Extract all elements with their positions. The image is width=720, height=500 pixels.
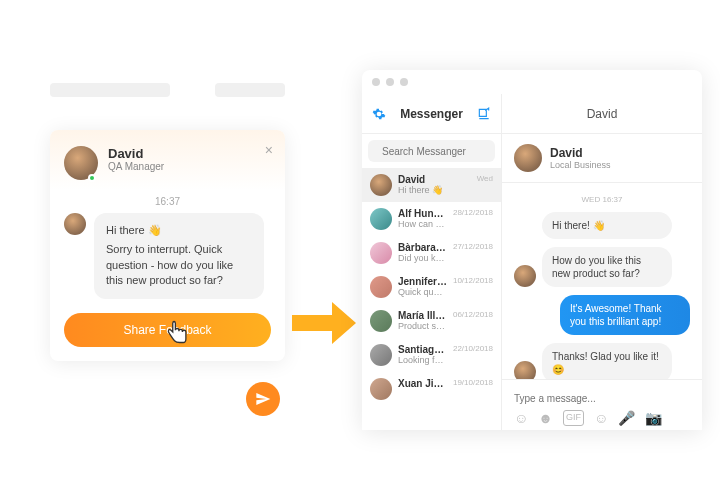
- avatar: [514, 265, 536, 287]
- contact-date: 22/10/2018: [453, 344, 493, 353]
- chat-bubble: It's Awesome! Thank you this brilliant a…: [560, 295, 690, 335]
- avatar: [514, 361, 536, 379]
- messenger-body: DavidHi there 👋WedAlf HuncootHow can I h…: [362, 134, 702, 430]
- emoji-icon[interactable]: ☻: [538, 410, 553, 426]
- arrow-right-icon: [292, 300, 358, 346]
- contact-name: Santiago...: [398, 344, 447, 355]
- chat-input-area: ☺ ☻ GIF ☺ 🎤 📷: [502, 379, 702, 430]
- placeholder-bar: [50, 83, 170, 97]
- widget-greeting: Hi there 👋: [106, 223, 252, 238]
- avatar: [370, 242, 392, 264]
- contact-date: 19/10/2018: [453, 378, 493, 387]
- avatar: [370, 378, 392, 400]
- contact-date: 27/12/2018: [453, 242, 493, 251]
- presence-indicator: [88, 174, 96, 182]
- sticker-icon[interactable]: ☺: [514, 410, 528, 426]
- placeholder-bar: [215, 83, 285, 97]
- chat-input-icons: ☺ ☻ GIF ☺ 🎤 📷: [514, 410, 690, 426]
- contact-date: 06/12/2018: [453, 310, 493, 319]
- contact-preview: Hi there 👋: [398, 185, 471, 195]
- avatar: [370, 174, 392, 196]
- contact-item[interactable]: Bàrbara Co...Did you know that...27/12/2…: [362, 236, 501, 270]
- widget-operator-role: QA Manager: [108, 161, 164, 172]
- chat-date-label: WED 16:37: [514, 195, 690, 204]
- contact-date: 10/12/2018: [453, 276, 493, 285]
- chat-header-name: David: [550, 146, 611, 160]
- compose-icon[interactable]: [477, 107, 491, 121]
- avatar: [64, 213, 86, 235]
- contact-date: 28/12/2018: [453, 208, 493, 217]
- contact-item[interactable]: Jennifer Re...Quick question - how10/12/…: [362, 270, 501, 304]
- contact-date: Wed: [477, 174, 493, 183]
- avatar: [370, 208, 392, 230]
- message-input[interactable]: [514, 393, 690, 404]
- contact-name: David: [398, 174, 471, 185]
- chat-row: Hi there! 👋How do you like this new prod…: [514, 212, 690, 287]
- chat-header: David Local Business: [502, 134, 702, 183]
- contact-item[interactable]: Santiago...Looking for a place...22/10/2…: [362, 338, 501, 372]
- window-traffic-lights: [362, 70, 702, 94]
- contact-name: María Illes...: [398, 310, 447, 321]
- chat-row: It's Awesome! Thank you this brilliant a…: [514, 295, 690, 335]
- widget-message-bubble: Hi there 👋 Sorry to interrupt. Quick que…: [94, 213, 264, 299]
- close-icon[interactable]: ×: [265, 142, 273, 158]
- contacts-panel: DavidHi there 👋WedAlf HuncootHow can I h…: [362, 134, 502, 430]
- contact-name: Xuan Jingyi: [398, 378, 447, 389]
- contact-list[interactable]: DavidHi there 👋WedAlf HuncootHow can I h…: [362, 168, 501, 430]
- contact-preview: Quick question - how: [398, 287, 447, 297]
- camera-icon[interactable]: 📷: [645, 410, 662, 426]
- contact-preview: Did you know that...: [398, 253, 447, 263]
- contact-name: Jennifer Re...: [398, 276, 447, 287]
- widget-timestamp: 16:37: [64, 196, 271, 207]
- widget-message-text: Sorry to interrupt. Quick question - how…: [106, 242, 252, 288]
- contact-item[interactable]: DavidHi there 👋Wed: [362, 168, 501, 202]
- contact-item[interactable]: Xuan Jingyi19/10/2018: [362, 372, 501, 406]
- traffic-light-icon: [386, 78, 394, 86]
- traffic-light-icon: [372, 78, 380, 86]
- contact-name: Alf Huncoot: [398, 208, 447, 219]
- avatar: [370, 310, 392, 332]
- chat-body: WED 16:37 Hi there! 👋How do you like thi…: [502, 183, 702, 379]
- send-button[interactable]: [246, 382, 280, 416]
- avatar: [370, 344, 392, 366]
- messenger-title: Messenger: [400, 107, 463, 121]
- contact-item[interactable]: María Illes...Product so far...06/12/201…: [362, 304, 501, 338]
- widget-operator-name: David: [108, 146, 164, 161]
- attachment-icon[interactable]: ☺: [594, 410, 608, 426]
- search-bar[interactable]: [368, 140, 495, 162]
- cursor-hand-icon: [164, 318, 192, 346]
- contact-preview: Looking for a place...: [398, 355, 447, 365]
- gif-icon[interactable]: GIF: [563, 410, 584, 426]
- widget-message-row: Hi there 👋 Sorry to interrupt. Quick que…: [64, 213, 271, 299]
- paper-plane-icon: [255, 391, 271, 407]
- chat-bubble: How do you like this new product so far?: [542, 247, 672, 287]
- traffic-light-icon: [400, 78, 408, 86]
- chat-peer-name: David: [502, 94, 702, 133]
- messenger-window: Messenger David DavidHi there 👋WedAlf Hu…: [362, 70, 702, 430]
- chat-panel: David Local Business WED 16:37 Hi there!…: [502, 134, 702, 430]
- widget-header: David QA Manager ×: [50, 130, 285, 190]
- chat-bubble: Hi there! 👋: [542, 212, 672, 239]
- search-input[interactable]: [382, 146, 509, 157]
- gear-icon[interactable]: [372, 107, 386, 121]
- contact-preview: Product so far...: [398, 321, 447, 331]
- microphone-icon[interactable]: 🎤: [618, 410, 635, 426]
- messenger-top-bar: Messenger David: [362, 94, 702, 134]
- contact-preview: How can I help you?: [398, 219, 447, 229]
- avatar: [370, 276, 392, 298]
- contact-item[interactable]: Alf HuncootHow can I help you?28/12/2018: [362, 202, 501, 236]
- chat-bubble: Thanks! Glad you like it! 😊: [542, 343, 672, 379]
- avatar: [514, 144, 542, 172]
- chat-row: Thanks! Glad you like it! 😊: [514, 343, 690, 379]
- contact-name: Bàrbara Co...: [398, 242, 447, 253]
- messenger-top-left: Messenger: [362, 94, 502, 133]
- chat-header-subtitle: Local Business: [550, 160, 611, 170]
